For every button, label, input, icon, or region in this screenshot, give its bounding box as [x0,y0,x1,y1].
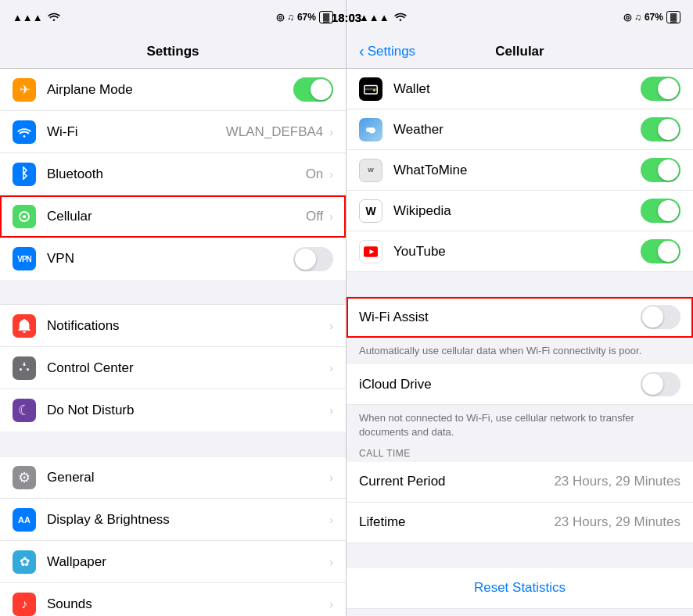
wallet-toggle[interactable] [641,77,680,101]
svg-point-8 [373,89,375,91]
airplane-toggle[interactable] [293,77,333,102]
youtube-icon [359,240,382,263]
status-right: ◎ ♫ 67% ▓ [276,11,333,23]
notifications-chevron: › [329,320,333,332]
wallet-row[interactable]: Wallet [346,69,693,109]
vpn-icon: VPN [13,247,36,270]
cellular-value: Off [306,209,323,224]
cellular-panel: ▲▲▲ 18:03 ◎ ♫ 67% ▓ ‹ Settings Cellular … [346,0,693,616]
vpn-toggle[interactable] [293,247,333,271]
right-status-right: ◎ ♫ 67% ▓ [623,11,680,23]
icloud-drive-row[interactable]: iCloud Drive [346,364,693,405]
control-center-cell[interactable]: Control Center › [0,347,346,389]
cellular-cell[interactable]: Cellular Off › [0,195,346,238]
weather-row[interactable]: Weather [346,109,693,150]
reset-label[interactable]: Reset Statistics [474,580,566,596]
airplane-icon: ✈ [13,78,36,102]
general-icon: ⚙ [13,466,36,489]
dnd-label: Do Not Disturb [47,403,328,418]
headphone-icon: ♫ [287,12,294,23]
sounds-icon: ♪ [13,593,36,616]
left-status-bar: ▲▲▲ 18:03 ◎ ♫ 67% ▓ [0,0,346,34]
svg-point-2 [23,364,26,366]
lifetime-row: Lifetime 23 Hours, 29 Minutes [346,503,693,543]
wallpaper-chevron: › [329,556,333,568]
weather-toggle[interactable] [641,117,680,141]
bluetooth-chevron: › [329,168,333,181]
wifi-assist-label: Wi-Fi Assist [359,310,641,325]
back-button[interactable]: ‹ Settings [359,42,415,60]
sounds-label: Sounds [47,596,328,612]
dnd-chevron: › [329,404,333,417]
vpn-cell[interactable]: VPN VPN [0,238,346,280]
sounds-chevron: › [329,598,333,611]
wikipedia-icon: W [359,199,382,223]
wifi-value: WLAN_DEFBA4 [226,124,324,140]
divider-2 [0,432,346,457]
whattomine-row[interactable]: W WhatToMine [346,150,693,191]
control-center-label: Control Center [47,360,328,376]
notifications-label: Notifications [47,318,328,334]
back-label: Settings [368,44,415,59]
lifetime-value: 23 Hours, 29 Minutes [554,514,680,530]
icloud-drive-toggle[interactable] [641,372,680,396]
cellular-chevron: › [329,210,333,223]
wikipedia-label: Wikipedia [393,203,641,219]
wikipedia-toggle[interactable] [641,199,680,223]
general-cell[interactable]: ⚙ General › [0,457,346,499]
cellular-icon [13,205,36,228]
bluetooth-label: Bluetooth [47,167,306,182]
dnd-cell[interactable]: ☾ Do Not Disturb › [0,389,346,432]
wifi-cell[interactable]: Wi-Fi WLAN_DEFBA4 › [0,111,346,153]
current-period-label: Current Period [359,474,554,489]
control-center-icon [13,356,36,380]
youtube-row[interactable]: YouTube [346,231,693,272]
youtube-label: YouTube [393,244,641,260]
weather-label: Weather [393,122,641,138]
call-time-header: CALL TIME [346,440,693,462]
vpn-label: VPN [47,251,293,267]
wifi-label: Wi-Fi [47,124,226,140]
wifi-icon [13,120,36,144]
right-divider-1 [346,272,693,297]
bluetooth-value: On [306,167,324,182]
notifications-cell[interactable]: Notifications › [0,305,346,347]
svg-point-5 [27,368,29,371]
youtube-toggle[interactable] [641,239,680,263]
prefs-section: Notifications › Control Center › ☾ Do No [0,305,346,432]
wifi-assist-toggle[interactable] [641,305,680,329]
left-nav-bar: Settings [0,34,346,69]
display-chevron: › [329,514,333,526]
connectivity-section: ✈ Airplane Mode Wi-Fi WLAN_DEFBA4 › ᛒ Bl… [0,69,346,280]
svg-point-10 [368,127,375,134]
lifetime-label: Lifetime [359,514,554,530]
location-icon: ◎ [276,12,284,23]
wallpaper-cell[interactable]: ✿ Wallpaper › [0,541,346,583]
reset-statistics-row[interactable]: Reset Statistics [346,568,693,609]
sounds-cell[interactable]: ♪ Sounds › [0,583,346,616]
signal-icon: ▲▲▲ [13,12,43,23]
whattomine-icon: W [359,159,382,182]
wifi-assist-row[interactable]: Wi-Fi Assist [346,297,693,338]
current-period-value: 23 Hours, 29 Minutes [554,474,680,489]
display-cell[interactable]: AA Display & Brightness › [0,499,346,541]
current-period-row: Current Period 23 Hours, 29 Minutes [346,462,693,503]
general-chevron: › [329,471,333,484]
settings-panel: ▲▲▲ 18:03 ◎ ♫ 67% ▓ Settings ✈ Airplane … [0,0,346,616]
airplane-mode-cell[interactable]: ✈ Airplane Mode [0,69,346,111]
whattomine-toggle[interactable] [641,158,680,182]
control-center-chevron: › [329,362,333,374]
wifi-icon [48,12,60,23]
divider-1 [0,280,346,305]
cellular-app-list: Wallet Weather W WhatToMine W Wikipedia [346,69,693,616]
bluetooth-cell[interactable]: ᛒ Bluetooth On › [0,153,346,195]
left-page-title: Settings [146,44,199,59]
svg-point-4 [20,368,22,371]
last-reset-text: Last Reset: Nov 28, 2017 at 02:59 [346,609,693,616]
cellular-label: Cellular [47,209,306,224]
weather-icon [359,118,382,141]
wifi-assist-description: Automatically use cellular data when Wi-… [346,338,693,358]
right-status-left: ▲▲▲ [359,12,407,23]
icloud-drive-label: iCloud Drive [359,377,641,392]
wikipedia-row[interactable]: W Wikipedia [346,191,693,231]
